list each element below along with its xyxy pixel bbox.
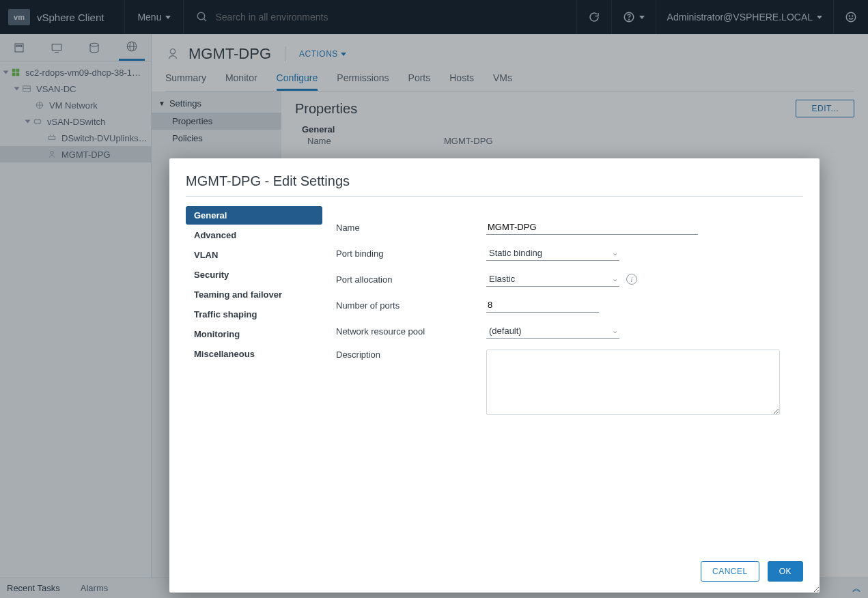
modal-nav-misc[interactable]: Miscellaneous	[186, 345, 322, 363]
select-value: (default)	[489, 326, 522, 336]
description-textarea[interactable]	[486, 350, 780, 415]
chevron-down-icon: ⌄	[612, 326, 618, 335]
modal-nav-traffic[interactable]: Traffic shaping	[186, 305, 322, 324]
port-binding-label: Port binding	[336, 248, 486, 259]
modal-form: Name Port binding Static binding⌄ Port a…	[336, 206, 803, 556]
pool-label: Network resource pool	[336, 326, 486, 337]
modal-nav-security[interactable]: Security	[186, 266, 322, 284]
select-value: Elastic	[489, 274, 515, 284]
port-binding-select[interactable]: Static binding⌄	[486, 246, 619, 261]
name-label: Name	[336, 223, 486, 233]
form-row-name: Name	[336, 220, 803, 235]
form-row-pool: Network resource pool (default)⌄	[336, 324, 803, 339]
form-row-binding: Port binding Static binding⌄	[336, 246, 803, 261]
modal-nav-vlan[interactable]: VLAN	[186, 246, 322, 264]
form-row-ports: Number of ports	[336, 298, 803, 313]
form-row-description: Description	[336, 350, 803, 415]
port-allocation-select[interactable]: Elastic⌄	[486, 272, 619, 287]
name-input[interactable]	[486, 220, 698, 235]
port-allocation-label: Port allocation	[336, 274, 486, 285]
description-label: Description	[336, 350, 486, 360]
pool-select[interactable]: (default)⌄	[486, 324, 619, 339]
ports-input[interactable]	[486, 298, 599, 313]
select-value: Static binding	[489, 248, 542, 258]
modal-nav: General Advanced VLAN Security Teaming a…	[186, 206, 322, 556]
modal-title: MGMT-DPG - Edit Settings	[186, 173, 803, 197]
cancel-button[interactable]: CANCEL	[701, 561, 759, 582]
modal-nav-teaming[interactable]: Teaming and failover	[186, 285, 322, 304]
form-row-allocation: Port allocation Elastic⌄ i	[336, 272, 803, 287]
ok-button[interactable]: OK	[768, 561, 803, 582]
modal-footer: CANCEL OK	[186, 556, 803, 582]
modal-nav-monitoring[interactable]: Monitoring	[186, 325, 322, 343]
modal-nav-advanced[interactable]: Advanced	[186, 226, 322, 244]
edit-settings-modal: MGMT-DPG - Edit Settings General Advance…	[169, 158, 820, 593]
modal-nav-general[interactable]: General	[186, 206, 322, 225]
chevron-down-icon: ⌄	[612, 274, 618, 283]
chevron-down-icon: ⌄	[612, 248, 618, 257]
info-icon[interactable]: i	[626, 274, 637, 285]
ports-label: Number of ports	[336, 300, 486, 311]
